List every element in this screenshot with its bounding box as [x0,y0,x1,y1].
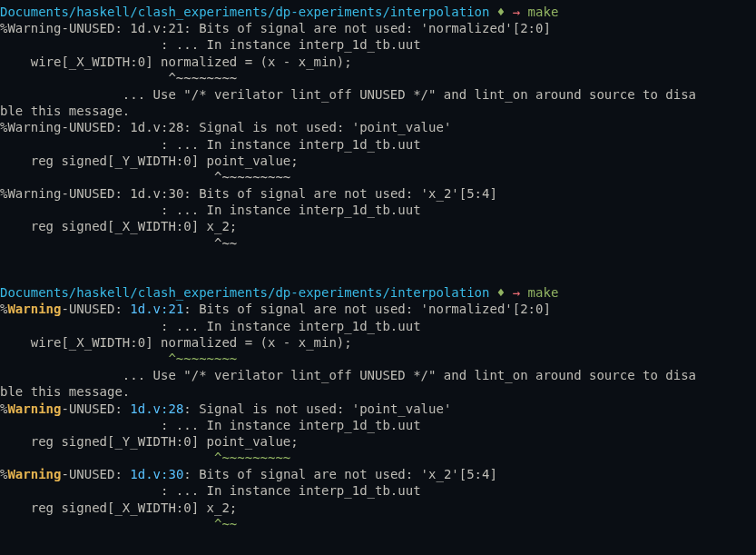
output-line: %Warning-UNUSED: 1d.v:30: Bits of signal… [0,466,756,482]
output-line: reg signed[_Y_WIDTH:0] point_value; [0,433,756,450]
output-line: : ... In instance interp_1d_tb.uut [0,202,756,218]
output-line: ... Use "/* verilator lint_off UNUSED */… [0,86,756,103]
output-line: reg signed[_X_WIDTH:0] x_2; [0,218,756,234]
command-text: make [528,5,559,19]
caret-text: ^~~~~~~~~~ [214,451,290,465]
output-line: ^~~ [0,516,756,532]
diamond-icon: ♦ [489,5,512,19]
output-line: ^~~~~~~~~~ [0,169,756,185]
output-line: : ... In instance interp_1d_tb.uut [0,36,756,53]
blank-line [0,252,756,268]
file-text: 1d.v:30 [130,467,183,481]
arrow-icon: → [513,5,528,19]
output-line: ... Use "/* verilator lint_off UNUSED */… [0,367,756,383]
output-line: reg signed[_X_WIDTH:0] x_2; [0,500,756,516]
caret-text: ^~~~~~~~~ [168,352,237,366]
output-line: : ... In instance interp_1d_tb.uut [0,482,756,499]
path-text: Documents/haskell/clash_experiments/dp-e… [0,285,489,300]
output-line: ^~~ [0,235,756,252]
output-line: wire[_X_WIDTH:0] normalized = (x - x_min… [0,54,756,70]
message-text: -UNUSED: 1d.v:21: Bits of signal are not… [61,21,550,35]
unused-text: -UNUSED: [61,401,130,416]
output-line: wire[_X_WIDTH:0] normalized = (x - x_min… [0,334,756,351]
warning-text: Warning [7,21,61,35]
unused-text: -UNUSED: [61,467,130,481]
file-text: 1d.v:21 [130,302,183,316]
file-text: 1d.v:28 [130,401,183,416]
output-line: %Warning-UNUSED: 1d.v:28: Signal is not … [0,401,756,417]
output-line: %Warning-UNUSED: 1d.v:30: Bits of signal… [0,185,756,202]
caret-text: ^~~ [214,517,237,531]
caret-pad [0,517,214,531]
message-text: -UNUSED: 1d.v:30: Bits of signal are not… [61,186,496,201]
blank-line [0,268,756,284]
output-line: ^~~~~~~~~~ [0,450,756,466]
caret-pad [0,451,214,465]
unused-text: -UNUSED: [61,302,130,316]
terminal-output[interactable]: Documents/haskell/clash_experiments/dp-e… [0,4,756,532]
command-text: make [528,285,559,300]
path-text: Documents/haskell/clash_experiments/dp-e… [0,5,489,19]
warning-text: Warning [7,401,61,416]
output-line: : ... In instance interp_1d_tb.uut [0,136,756,153]
message-text: -UNUSED: 1d.v:28: Signal is not used: 'p… [61,120,451,134]
arrow-icon: → [513,285,528,300]
warning-text: Warning [7,467,61,481]
output-line: : ... In instance interp_1d_tb.uut [0,318,756,334]
message-text: : Signal is not used: 'point_value' [183,401,451,416]
warning-text: Warning [7,186,61,201]
output-line: reg signed[_Y_WIDTH:0] point_value; [0,153,756,169]
message-text: : Bits of signal are not used: 'x_2'[5:4… [183,467,497,481]
output-line: %Warning-UNUSED: 1d.v:21: Bits of signal… [0,301,756,317]
output-line: %Warning-UNUSED: 1d.v:21: Bits of signal… [0,20,756,36]
output-line: ^~~~~~~~~ [0,70,756,86]
prompt-line: Documents/haskell/clash_experiments/dp-e… [0,4,756,20]
message-text: : Bits of signal are not used: 'normaliz… [183,302,551,316]
diamond-icon: ♦ [489,285,512,300]
output-line: ble this message. [0,103,756,119]
output-line: %Warning-UNUSED: 1d.v:28: Signal is not … [0,119,756,135]
output-line: ble this message. [0,383,756,400]
output-line: ^~~~~~~~~ [0,351,756,367]
caret-pad [0,352,168,366]
warning-text: Warning [7,120,61,134]
warning-text: Warning [7,302,61,316]
prompt-line: Documents/haskell/clash_experiments/dp-e… [0,284,756,301]
output-line: : ... In instance interp_1d_tb.uut [0,417,756,433]
